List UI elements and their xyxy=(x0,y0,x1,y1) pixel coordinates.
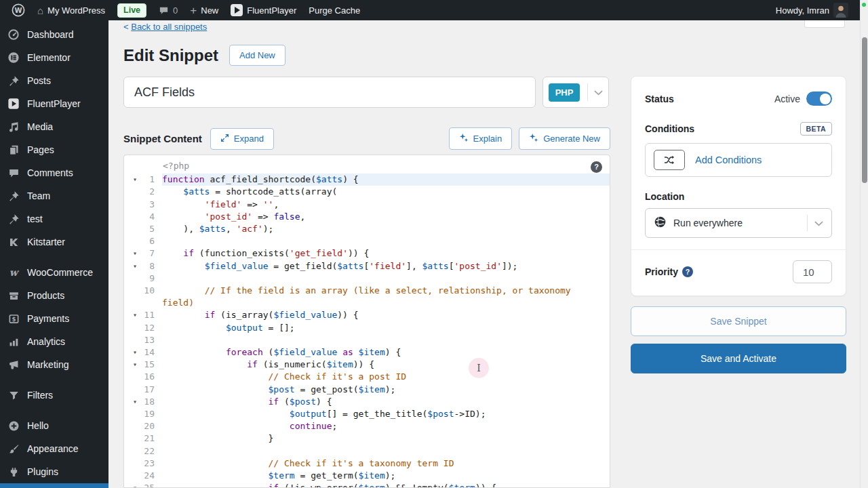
save-and-activate-button[interactable]: Save and Activate xyxy=(631,344,846,373)
sidebar-item-label: Comments xyxy=(27,167,73,178)
woo-icon: w xyxy=(7,266,20,279)
site-name-menu[interactable]: ⌂ My WordPress xyxy=(31,0,111,20)
fold-arrow-icon[interactable]: ▾ xyxy=(133,482,137,488)
line-number-gutter: 22 xyxy=(124,445,162,458)
code-line[interactable]: ▾1function acf_field_shortcode($atts) { xyxy=(124,174,610,186)
code-line[interactable]: 19 $output[] = get_the_title($post->ID); xyxy=(124,408,610,420)
svg-text:$: $ xyxy=(12,315,16,322)
chevron-down-icon[interactable] xyxy=(594,86,603,98)
line-number: 8 xyxy=(149,261,155,271)
status-toggle[interactable] xyxy=(806,92,832,106)
add-conditions-button[interactable]: Add Conditions xyxy=(645,143,832,177)
code-line[interactable]: 17 $post = get_post($item); xyxy=(124,384,610,396)
new-menu[interactable]: + New xyxy=(184,0,224,20)
sidebar-item-label: Elementor xyxy=(27,52,71,63)
sidebar-item-filters[interactable]: Filters xyxy=(0,384,108,407)
fold-arrow-icon[interactable]: ▾ xyxy=(133,247,137,260)
sidebar-item-team[interactable]: Team xyxy=(0,184,108,207)
php-language-badge[interactable]: PHP xyxy=(549,83,580,102)
fold-arrow-icon[interactable]: ▾ xyxy=(133,359,137,371)
line-number-gutter: 5 xyxy=(124,223,162,235)
code-line[interactable]: ▾25 if (!is_wp_error($term) && !empty($t… xyxy=(124,482,610,488)
sidebar-item-dashboard[interactable]: Dashboard xyxy=(0,23,108,46)
sidebar-item-kitstarter[interactable]: Kitstarter xyxy=(0,230,108,253)
sidebar-item-appearance[interactable]: Appearance xyxy=(0,437,108,460)
sidebar-item-hello[interactable]: Hello xyxy=(0,414,108,437)
code-line[interactable]: 22 xyxy=(124,445,610,458)
code-line[interactable]: 20 continue; xyxy=(124,420,610,432)
kit-icon xyxy=(7,235,20,249)
hello-icon xyxy=(7,419,20,432)
line-number: 19 xyxy=(144,409,155,419)
location-select[interactable]: Run everywhere xyxy=(645,208,832,238)
code-line[interactable]: 24 $term = get_term($item); xyxy=(124,470,610,482)
code-line[interactable]: 4 'post_id' => false, xyxy=(124,211,610,223)
code-lines: ▾1function acf_field_shortcode($atts) {2… xyxy=(124,174,610,488)
scrollbar-thumb[interactable] xyxy=(862,37,867,183)
priority-help-icon[interactable]: ? xyxy=(682,266,693,277)
code-line[interactable]: 13 xyxy=(124,334,610,346)
code-line[interactable]: ▾14 foreach ($field_value as $item) { xyxy=(124,346,610,359)
line-number-gutter: 4 xyxy=(124,211,162,223)
generate-new-button[interactable]: Generate New xyxy=(519,127,610,150)
code-line[interactable]: 6 xyxy=(124,235,610,247)
code-line[interactable]: ▾18 if ($post) { xyxy=(124,396,610,408)
fold-arrow-icon[interactable]: ▾ xyxy=(133,174,137,186)
fold-arrow-icon[interactable]: ▾ xyxy=(133,346,137,359)
sidebar-item-snippets[interactable]: ✂Snippets xyxy=(0,483,108,488)
code-line[interactable]: 10 // If the field is an array (like a s… xyxy=(124,285,610,309)
live-badge[interactable]: Live xyxy=(111,0,153,20)
comments-menu[interactable]: 0 xyxy=(153,0,184,20)
top-right-partial-button[interactable] xyxy=(804,20,845,28)
gauge-icon xyxy=(7,28,20,41)
purge-cache-menu[interactable]: Purge Cache xyxy=(302,0,366,20)
code-editor[interactable]: <?php ? ▾1function acf_field_shortcode($… xyxy=(123,155,610,488)
sidebar-item-plugins[interactable]: Plugins xyxy=(0,460,108,483)
sidebar-item-comments[interactable]: Comments xyxy=(0,161,108,184)
sidebar-item-woocommerce[interactable]: wWooCommerce xyxy=(0,261,108,284)
priority-input[interactable] xyxy=(793,260,832,283)
sidebar-item-fluentplayer[interactable]: FluentPlayer xyxy=(0,92,108,115)
code-line[interactable]: ▾11 if (is_array($field_value)) { xyxy=(124,309,610,321)
code-line[interactable]: 16 // Check if it's a post ID xyxy=(124,371,610,383)
snippet-title-input[interactable] xyxy=(123,77,536,108)
sidebar-item-products[interactable]: Products xyxy=(0,284,108,307)
sidebar-item-label: Marketing xyxy=(27,359,68,370)
comment-count: 0 xyxy=(173,5,178,16)
code-line[interactable]: 2 $atts = shortcode_atts(array( xyxy=(124,186,610,198)
sidebar-item-elementor[interactable]: Elementor xyxy=(0,46,108,69)
sidebar-item-payments[interactable]: $Payments xyxy=(0,307,108,330)
sidebar-item-marketing[interactable]: Marketing xyxy=(0,353,108,376)
fluentplayer-menu[interactable]: FluentPlayer xyxy=(224,0,302,20)
code-line[interactable]: 5 ), $atts, 'acf'); xyxy=(124,223,610,235)
line-number: 7 xyxy=(149,248,155,258)
save-snippet-button[interactable]: Save Snippet xyxy=(631,306,846,336)
sidebar-item-test[interactable]: test xyxy=(0,207,108,230)
code-line[interactable]: 21 } xyxy=(124,432,610,445)
code-line[interactable]: ▾7 if (function_exists('get_field')) { xyxy=(124,247,610,260)
explain-button[interactable]: Explain xyxy=(449,127,513,150)
sidebar-item-analytics[interactable]: Analytics xyxy=(0,330,108,353)
code-line[interactable]: 9 xyxy=(124,272,610,285)
code-line[interactable]: 23 // Check if it's a taxonomy term ID xyxy=(124,458,610,470)
code-line[interactable]: 3 'field' => '', xyxy=(124,199,610,211)
back-to-snippets-link[interactable]: < Back to all snippets xyxy=(123,22,207,32)
code-line[interactable]: ▾8 $field_value = get_field($atts['field… xyxy=(124,260,610,272)
pin-icon xyxy=(7,212,20,226)
fold-arrow-icon[interactable]: ▾ xyxy=(133,309,137,321)
sidebar-item-pages[interactable]: Pages xyxy=(0,138,108,161)
code-line[interactable]: ▾15 if (is_numeric($item)) { xyxy=(124,359,610,371)
line-number-gutter: 13 xyxy=(124,334,162,346)
sidebar-item-posts[interactable]: Posts xyxy=(0,69,108,92)
shuffle-icon xyxy=(654,150,685,170)
code-line[interactable]: 12 $output = []; xyxy=(124,322,610,334)
line-number-gutter: 12 xyxy=(124,322,162,334)
fold-arrow-icon[interactable]: ▾ xyxy=(133,396,137,408)
expand-button[interactable]: Expand xyxy=(210,128,274,150)
account-menu[interactable]: Howdy, Imran xyxy=(770,0,854,20)
add-new-button[interactable]: Add New xyxy=(229,45,285,66)
wp-logo-menu[interactable]: W xyxy=(5,0,31,20)
sidebar-item-media[interactable]: Media xyxy=(0,115,108,138)
fold-arrow-icon[interactable]: ▾ xyxy=(133,260,137,272)
editor-help-icon[interactable]: ? xyxy=(591,161,602,173)
